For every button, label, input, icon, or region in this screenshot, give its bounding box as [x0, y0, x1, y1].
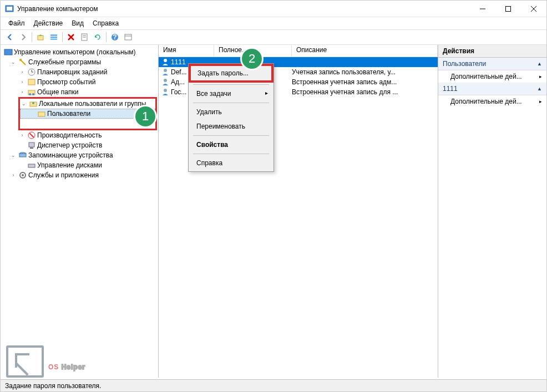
actions-section-selected[interactable]: 1111▲	[438, 83, 546, 95]
tree-local-users[interactable]: ⌄ Локальные пользователи и группы	[20, 99, 155, 109]
svg-rect-34	[30, 147, 33, 149]
shared-folder-icon	[27, 88, 36, 96]
collapse-icon: ▲	[537, 86, 542, 91]
annotation-badge-1: 1	[134, 105, 157, 128]
svg-rect-6	[38, 35, 43, 40]
titlebar: Управление компьютером	[1, 1, 546, 17]
ctx-rename[interactable]: Переименовать	[190, 119, 272, 134]
svg-point-20	[19, 59, 22, 61]
ctx-properties[interactable]: Свойства	[190, 138, 272, 152]
arrow-right-icon: ▸	[539, 74, 542, 79]
menu-view[interactable]: Вид	[67, 18, 88, 28]
arrow-right-icon: ▸	[539, 99, 542, 104]
tree-performance[interactable]: › Производительность	[1, 130, 158, 140]
list-icon[interactable]	[122, 31, 134, 43]
annotation-badge-2: 2	[240, 47, 264, 70]
expand-icon[interactable]: ›	[9, 171, 17, 179]
maximize-button[interactable]	[495, 1, 521, 17]
context-menu: Задать пароль... Все задачи Удалить Пере…	[188, 63, 274, 172]
svg-rect-33	[29, 142, 34, 147]
collapse-icon[interactable]: ⌄	[9, 58, 17, 66]
svg-rect-7	[50, 34, 57, 36]
collapse-icon[interactable]: ⌄	[9, 151, 17, 159]
svg-point-40	[164, 59, 167, 62]
tree-disk-management[interactable]: Управление дисками	[1, 160, 158, 170]
tools-icon	[18, 58, 27, 67]
collapse-icon: ▲	[537, 61, 542, 67]
actions-section-users[interactable]: Пользователи▲	[438, 58, 546, 70]
collapse-icon[interactable]: ⌄	[20, 100, 28, 108]
svg-rect-30	[38, 112, 45, 116]
tree-services[interactable]: › Службы и приложения	[1, 170, 158, 180]
actions-pane: Действия Пользователи▲ Дополнительные де…	[438, 45, 546, 378]
svg-rect-37	[28, 164, 35, 167]
close-button[interactable]	[521, 1, 546, 17]
svg-rect-36	[19, 154, 26, 157]
user-icon	[161, 68, 170, 77]
menu-file[interactable]: Файл	[4, 18, 29, 28]
properties-icon[interactable]	[78, 31, 90, 43]
svg-rect-19	[4, 49, 12, 55]
tree-system-tools[interactable]: ⌄ Служебные программы	[1, 57, 158, 67]
refresh-icon[interactable]	[92, 31, 104, 43]
column-name[interactable]: Имя	[159, 45, 214, 57]
svg-rect-24	[28, 79, 35, 85]
user-icon	[161, 58, 170, 67]
ctx-delete[interactable]: Удалить	[190, 105, 272, 119]
minimize-button[interactable]	[470, 1, 495, 17]
list-header: Имя Полное... Описание	[159, 45, 438, 57]
expand-icon[interactable]: ›	[18, 88, 26, 96]
tree-storage[interactable]: ⌄ Запоминающие устройства	[1, 150, 158, 160]
svg-point-29	[32, 102, 34, 104]
expand-icon[interactable]: ›	[18, 78, 26, 86]
expand-icon[interactable]: ›	[18, 131, 26, 139]
statusbar: Задание пароля пользователя.	[1, 379, 546, 391]
svg-rect-8	[50, 37, 57, 38]
actions-header: Действия	[438, 45, 546, 58]
tree-task-scheduler[interactable]: › Планировщик заданий	[1, 67, 158, 77]
event-icon	[27, 78, 36, 86]
menubar: Файл Действие Вид Справка	[1, 17, 546, 29]
svg-point-26	[29, 93, 31, 95]
props-icon[interactable]	[48, 31, 60, 43]
svg-rect-17	[125, 34, 131, 40]
svg-text:?: ?	[113, 33, 117, 41]
column-description[interactable]: Описание	[292, 45, 438, 57]
window-title: Управление компьютером	[17, 5, 470, 13]
ctx-all-tasks[interactable]: Все задачи	[190, 86, 272, 101]
help-icon[interactable]: ?	[109, 31, 121, 43]
tree-shared-folders[interactable]: › Общие папки	[1, 87, 158, 97]
user-icon	[161, 88, 170, 96]
svg-point-27	[32, 93, 34, 95]
menu-help[interactable]: Справка	[88, 18, 123, 28]
users-folder-icon	[29, 99, 38, 108]
expand-icon[interactable]: ›	[18, 68, 26, 76]
delete-icon[interactable]	[65, 31, 77, 43]
up-button[interactable]	[34, 31, 47, 43]
toolbar: ?	[1, 29, 546, 45]
performance-icon	[27, 131, 36, 140]
computer-mgmt-icon	[4, 48, 13, 57]
svg-point-39	[22, 174, 24, 176]
disk-icon	[27, 161, 36, 170]
tree-device-manager[interactable]: Диспетчер устройств	[1, 140, 158, 150]
menu-action[interactable]: Действие	[29, 18, 68, 28]
ctx-help[interactable]: Справка	[190, 156, 272, 170]
folder-icon	[37, 109, 46, 118]
svg-point-41	[164, 69, 167, 72]
app-icon	[5, 4, 14, 13]
clock-icon	[27, 68, 36, 77]
ctx-set-password[interactable]: Задать пароль...	[191, 66, 271, 80]
back-button[interactable]	[4, 31, 16, 43]
tree-pane: Управление компьютером (локальным) ⌄ Слу…	[1, 45, 159, 378]
actions-more-selected[interactable]: Дополнительные дей...▸	[438, 95, 546, 108]
tree-event-viewer[interactable]: › Просмотр событий	[1, 77, 158, 87]
services-icon	[18, 171, 27, 180]
device-icon	[27, 141, 36, 150]
svg-rect-3	[506, 6, 511, 11]
tree-root[interactable]: Управление компьютером (локальным)	[1, 47, 158, 57]
status-text: Задание пароля пользователя.	[5, 382, 101, 390]
svg-point-42	[164, 79, 167, 82]
forward-button[interactable]	[17, 31, 29, 43]
actions-more-users[interactable]: Дополнительные дей...▸	[438, 70, 546, 83]
